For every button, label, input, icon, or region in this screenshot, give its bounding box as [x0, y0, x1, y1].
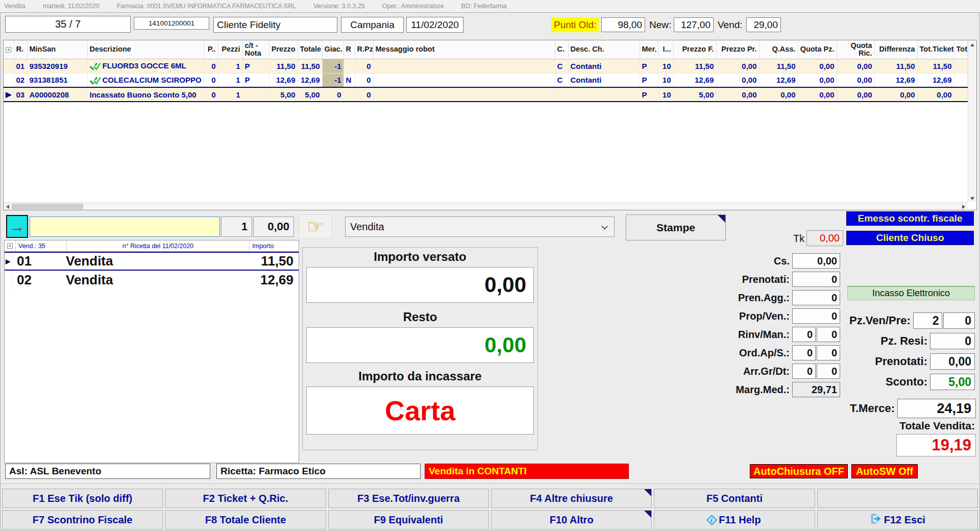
side-field-value[interactable]: 0	[792, 290, 840, 305]
fkey-f1[interactable]: F1 Ese Tik (solo diff)	[2, 489, 163, 508]
side-field-boxes: 29,71	[792, 382, 840, 397]
fkey-f8[interactable]: F8 Totale Cliente	[165, 510, 326, 529]
hand-pointer-button[interactable]: ☞	[299, 214, 332, 239]
importo-da-incassare-value: Carta	[306, 387, 534, 435]
cell-totale: 12,69	[298, 73, 322, 87]
fkey-label: F8 Totale Cliente	[205, 514, 286, 526]
incasso-elettronico-button[interactable]: Incasso Elettronico	[847, 286, 975, 300]
red-arrow-icon: →	[10, 218, 25, 235]
column-header-msg: Messaggio robot	[373, 40, 555, 59]
banner-scontrino-fiscale: Emesso scontr. fiscale	[846, 211, 974, 226]
totals-row: Prenotati:0,00	[849, 353, 975, 370]
receipt-row[interactable]: 02Vendita12,69	[5, 271, 299, 289]
quantity-box[interactable]: 1	[221, 216, 252, 237]
scrollbar-thumb[interactable]	[12, 204, 83, 209]
ricetta-box[interactable]: Ricetta: Farmaco Etico	[216, 464, 421, 479]
cell-quotaric: 0,00	[837, 59, 874, 73]
cell-prezzo: 11,50	[269, 59, 298, 73]
scroll-up-icon[interactable]	[970, 43, 974, 46]
exit-icon-wrap	[870, 513, 881, 527]
expand-icon[interactable]: +	[5, 240, 16, 251]
side-field-label: Rinv/Man.:	[694, 329, 792, 341]
tmerce-value: 24,19	[897, 399, 976, 418]
side-field-value[interactable]: 0	[817, 364, 840, 379]
cell-pezzi: 1	[218, 87, 242, 102]
tmerce-label: T.Merce:	[817, 402, 897, 415]
side-field-value[interactable]: 0	[817, 327, 840, 342]
table-row[interactable]: ▶03A00000208Incassato Buono Sconto 5,000…	[4, 87, 967, 102]
column-header-totticket: Tot.Ticket	[917, 40, 954, 59]
totals-value[interactable]: 2	[913, 312, 943, 329]
receipts-header: + Vend.: 35 n° Ricetta del 11/02/2020 Im…	[5, 240, 299, 252]
side-field-row: Rinv/Man.:00	[694, 327, 840, 342]
fkey-f11[interactable]: iF11 Help	[654, 510, 815, 529]
asl-box[interactable]: Asl: ASL Benevento	[5, 464, 210, 479]
cell-totticket: 12,69	[917, 73, 954, 87]
expand-icon[interactable]: +	[6, 47, 11, 53]
cell-pezzi: 1	[218, 73, 242, 87]
side-field-boxes: 0	[792, 308, 840, 324]
scroll-down-icon[interactable]	[970, 197, 974, 200]
column-header-r: R.	[14, 40, 27, 59]
side-field-value[interactable]: 0	[792, 364, 816, 379]
cell-pezzi: 1	[218, 59, 242, 73]
side-field-value[interactable]: 0	[792, 327, 816, 342]
autochiusura-toggle[interactable]: AutoChiusura OFF	[750, 464, 848, 478]
side-field-value[interactable]: 0,00	[792, 253, 840, 269]
side-fields: Cs.0,00Prenotati:0Pren.Agg.:0Prop/Ven.:0…	[694, 253, 840, 400]
fkey-f5[interactable]: F5 Contanti	[654, 489, 815, 508]
titlebar-versione: Versione: 3.0.3.25	[313, 3, 365, 10]
fkey-f12[interactable]: F12 Esci	[817, 510, 978, 529]
fkey-f2[interactable]: F2 Ticket + Q.Ric.	[165, 489, 326, 508]
totals-value[interactable]: 0,00	[930, 353, 975, 370]
side-field-value[interactable]: 0	[792, 272, 840, 287]
amount-box[interactable]: 0,00	[253, 216, 294, 237]
totale-vendita-value: 19,19	[896, 434, 976, 456]
receipt-row[interactable]: ▶01Vendita11,50	[5, 252, 299, 271]
side-field-value[interactable]: 0	[792, 308, 840, 324]
fkey-f7[interactable]: F7 Scontrino Fiscale	[2, 510, 163, 529]
tk-value: 0,00	[806, 230, 843, 246]
cell-totr	[954, 59, 967, 73]
stampe-button[interactable]: Stampe	[626, 214, 726, 240]
totals-value[interactable]: 5,00	[930, 374, 975, 390]
side-field-label: Pren.Agg.:	[694, 292, 792, 304]
cell-prezzopr: 0,00	[716, 59, 759, 73]
fkey-f9[interactable]: F9 Equivalenti	[328, 510, 489, 529]
column-header-giac: Giac.	[322, 40, 344, 59]
totals-value[interactable]: 0	[930, 333, 975, 349]
side-field-value[interactable]: 0	[792, 345, 816, 360]
fkey-label: F10 Altro	[550, 514, 594, 526]
table-row[interactable]: 01935320919FLUORD3 GOCCE 6ML01P11,5011,5…	[4, 59, 967, 73]
go-button[interactable]: →	[6, 215, 28, 238]
vertical-scrollbar[interactable]	[968, 40, 976, 202]
sale-type-select[interactable]: Vendita	[345, 216, 615, 237]
app-title: Vendita	[4, 3, 26, 10]
totale-vendita-label: Totale Vendita:	[817, 420, 975, 432]
cell-p: 0	[204, 59, 218, 73]
totals-row: Pz.Ven/Pre:20	[849, 312, 975, 329]
importo-versato-value[interactable]: 0,00	[306, 267, 534, 303]
cell-msg	[373, 59, 555, 73]
fkey-f4[interactable]: F4 Altre chiusure	[491, 489, 652, 508]
barcode-input[interactable]	[30, 216, 220, 237]
scroll-right-icon[interactable]	[962, 205, 965, 209]
fkey-label: F4 Altre chiusure	[530, 493, 613, 504]
side-field-label: Cs.	[694, 255, 792, 267]
client-name-box[interactable]: Cliente Fidelity	[213, 17, 337, 33]
fkey-label: F11 Help	[719, 514, 761, 526]
horizontal-scrollbar[interactable]	[4, 202, 968, 210]
cell-prezzo: 5,00	[269, 87, 298, 102]
totals-value[interactable]: 0	[943, 312, 975, 329]
cell-rpz: 0	[355, 87, 373, 102]
receipts-panel: + Vend.: 35 n° Ricetta del 11/02/2020 Im…	[4, 240, 299, 463]
autosw-toggle[interactable]: AutoSW Off	[851, 464, 918, 478]
side-field-value[interactable]: 0	[817, 345, 840, 360]
table-row[interactable]: 02931381851COLECALCIUM SCIROPPO 150M01P1…	[4, 73, 967, 87]
fkey-f10[interactable]: F10 Altro	[491, 510, 652, 529]
cell-c: C	[555, 59, 568, 73]
fkey-f3[interactable]: F3 Ese.Tot/inv.guerra	[328, 489, 489, 508]
receipt-number: 02	[13, 272, 46, 288]
scroll-left-icon[interactable]	[6, 205, 9, 209]
resto-value: 0,00	[306, 327, 534, 363]
